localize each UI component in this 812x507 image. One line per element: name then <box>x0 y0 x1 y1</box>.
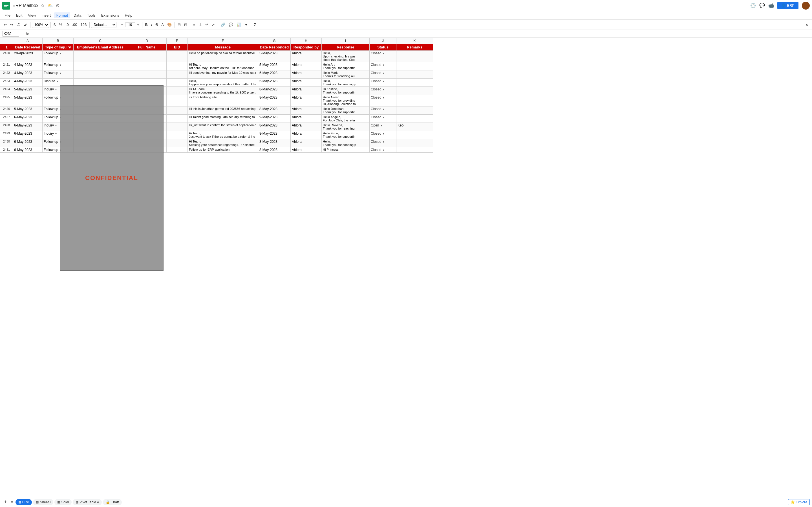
formula-input[interactable] <box>31 32 810 36</box>
cell-responded-by[interactable]: Ahlora <box>291 123 322 131</box>
cell-type[interactable]: Follow up ▾ <box>43 62 73 70</box>
cell-response[interactable]: Hello, Upon checking, Ivy was Hope this … <box>322 51 370 62</box>
cell-status[interactable]: Closed ▾ <box>370 139 396 147</box>
cell-eid[interactable] <box>167 123 188 131</box>
cell-message[interactable]: Hi TA Team, I have a concern regarding t… <box>188 87 258 95</box>
fill-color-button[interactable]: 🎨 <box>166 22 173 27</box>
font-size-plus[interactable]: + <box>136 22 141 27</box>
cell-email[interactable] <box>73 70 127 78</box>
cell-eid[interactable] <box>167 107 188 115</box>
menu-format[interactable]: Format <box>54 12 70 18</box>
currency-button[interactable]: £ <box>52 22 57 27</box>
font-size-input[interactable] <box>125 22 135 27</box>
type-dropdown-arrow[interactable]: ▾ <box>60 71 61 75</box>
type-dropdown-arrow[interactable]: ▾ <box>60 63 61 66</box>
redo-button[interactable]: ↪ <box>9 22 15 27</box>
col-i-header[interactable]: I <box>322 38 370 44</box>
halign-button[interactable]: ≡ <box>192 22 197 27</box>
col-d-header[interactable]: D <box>127 38 167 44</box>
status-dropdown-arrow[interactable]: ▾ <box>383 108 384 111</box>
col-g-header[interactable]: G <box>258 38 291 44</box>
cell-date[interactable]: 6-May-2023 <box>13 139 43 147</box>
cell-date[interactable]: 6-May-2023 <box>13 147 43 153</box>
menu-data[interactable]: Data <box>71 12 84 18</box>
cell-email[interactable] <box>73 62 127 70</box>
explore-button[interactable]: ⭐ Explore <box>788 499 810 505</box>
cell-response[interactable]: Hello Erica, Thank you for supportin <box>322 131 370 139</box>
type-dropdown-arrow[interactable]: ▾ <box>55 132 57 135</box>
font-size-minus[interactable]: − <box>119 22 124 27</box>
menu-help[interactable]: Help <box>122 12 135 18</box>
meet-icon[interactable]: 📹 <box>768 3 774 8</box>
cell-message[interactable]: its from Alabang site <box>188 95 258 107</box>
cell-eid[interactable] <box>167 131 188 139</box>
cell-status[interactable]: Closed ▾ <box>370 70 396 78</box>
cell-remarks[interactable] <box>396 147 433 153</box>
rotate-button[interactable]: ↗ <box>210 22 216 27</box>
cell-response[interactable]: Hello, Thank you for sending p <box>322 78 370 87</box>
cell-date-responded[interactable]: 5-May-2023 <box>258 51 291 62</box>
cell-date[interactable]: 6-May-2023 <box>13 131 43 139</box>
cell-message[interactable]: Hello, I appreciate your response about … <box>188 78 258 87</box>
drive-icon[interactable]: ⊙ <box>56 3 59 8</box>
col-h-header[interactable]: H <box>291 38 322 44</box>
cell-responded-by[interactable]: Ahlora <box>291 115 322 123</box>
status-dropdown-arrow[interactable]: ▾ <box>383 88 384 91</box>
comment-icon[interactable]: 💬 <box>759 3 765 8</box>
status-dropdown-arrow[interactable]: ▾ <box>383 63 384 66</box>
sheet-list-button[interactable]: ≡ <box>9 499 15 505</box>
cell-message[interactable]: Hi Team, Art here. May I inquire on the … <box>188 62 258 70</box>
strikethrough-button[interactable]: S <box>154 22 160 27</box>
chart-button[interactable]: 📊 <box>235 22 243 27</box>
cell-remarks[interactable]: Keo <box>396 123 433 131</box>
cell-date-responded[interactable]: 8-May-2023 <box>258 107 291 115</box>
cell-fullname[interactable] <box>127 62 167 70</box>
star-icon[interactable]: ☆ <box>41 3 45 8</box>
cell-remarks[interactable] <box>396 95 433 107</box>
cell-message[interactable]: Hi Talent good morning I am actually ref… <box>188 115 258 123</box>
cell-fullname[interactable] <box>127 51 167 62</box>
menu-tools[interactable]: Tools <box>85 12 98 18</box>
tab-erp[interactable]: ▦ERP <box>15 499 32 505</box>
print-button[interactable]: 🖨 <box>15 22 22 27</box>
cell-status[interactable]: Closed ▾ <box>370 51 396 62</box>
status-dropdown-arrow[interactable]: ▾ <box>383 116 384 119</box>
wrap-button[interactable]: ↵ <box>204 22 210 27</box>
cell-remarks[interactable] <box>396 131 433 139</box>
cell-response[interactable]: Hello Art, Thank you for supportin <box>322 62 370 70</box>
cell-message[interactable]: Hi Team, Seeking your assistance regardi… <box>188 139 258 147</box>
font-select[interactable]: Default... <box>91 22 116 28</box>
cell-date[interactable]: 29-Apr-2023 <box>13 51 43 62</box>
cell-status[interactable]: Closed ▾ <box>370 62 396 70</box>
cell-response[interactable]: Hi Princess, <box>322 147 370 153</box>
paint-format-button[interactable]: 🖌 <box>22 22 29 27</box>
status-dropdown-arrow[interactable]: ▾ <box>383 132 384 135</box>
comment-btn[interactable]: 💬 <box>227 22 235 27</box>
col-e-header[interactable]: E <box>167 38 188 44</box>
cell-message[interactable]: Hello po pa follow up po ako sa referal … <box>188 51 258 62</box>
cell-remarks[interactable] <box>396 115 433 123</box>
cell-date[interactable]: 6-May-2023 <box>13 115 43 123</box>
cell-responded-by[interactable]: Ahlora <box>291 139 322 147</box>
menu-insert[interactable]: Insert <box>39 12 53 18</box>
cell-reference[interactable] <box>2 31 19 37</box>
status-dropdown-arrow[interactable]: ▾ <box>383 96 384 99</box>
cell-responded-by[interactable]: Ahlora <box>291 107 322 115</box>
cell-remarks[interactable] <box>396 62 433 70</box>
cell-responded-by[interactable]: Ahlora <box>291 147 322 153</box>
cell-status[interactable]: Closed ▾ <box>370 95 396 107</box>
status-dropdown-arrow[interactable]: ▾ <box>383 52 384 55</box>
cell-message[interactable]: Hi this is Jonathan germo eid 202536 req… <box>188 107 258 115</box>
tab-spiel[interactable]: ▦Spiel <box>54 499 71 505</box>
type-dropdown-arrow[interactable]: ▾ <box>55 88 57 91</box>
cell-responded-by[interactable]: Ahlora <box>291 131 322 139</box>
cell-eid[interactable] <box>167 139 188 147</box>
cell-status[interactable]: Closed ▾ <box>370 115 396 123</box>
cell-date-responded[interactable]: 5-May-2023 <box>258 62 291 70</box>
cell-eid[interactable] <box>167 115 188 123</box>
cell-date-responded[interactable]: 8-May-2023 <box>258 123 291 131</box>
decrease-decimal[interactable]: .0 <box>64 22 70 27</box>
cell-response[interactable]: Hi Kristine, Thank you for supportin <box>322 87 370 95</box>
cell-date[interactable]: 4-May-2023 <box>13 78 43 87</box>
col-c-header[interactable]: C <box>73 38 127 44</box>
